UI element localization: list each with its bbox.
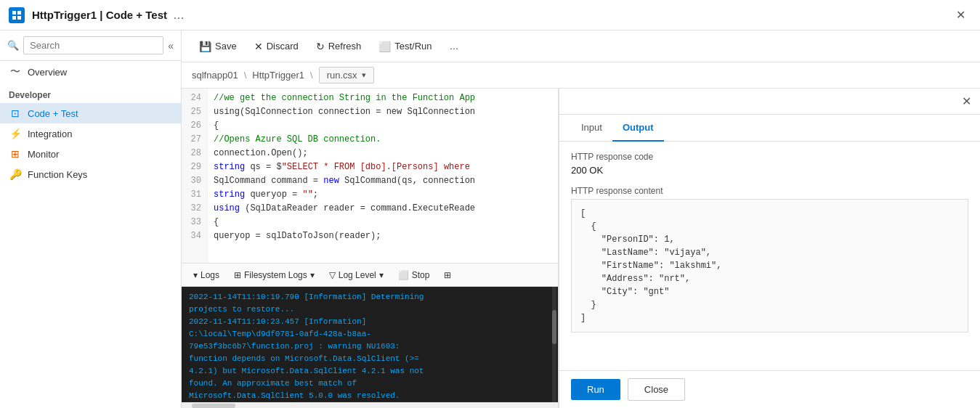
save-icon: 💾 xyxy=(199,41,211,52)
log-output[interactable]: 2022-11-14T11:10:19.790 [Information] De… xyxy=(182,287,558,402)
log-line: 4.2.1) but Microsoft.Data.SqlClient 4.2.… xyxy=(189,365,551,378)
logs-dropdown-arrow: ▾ xyxy=(193,270,198,280)
file-tab[interactable]: run.csx ▾ xyxy=(319,67,374,83)
log-line: projects to restore... xyxy=(189,303,551,316)
http-response-code-value: 200 OK xyxy=(571,165,968,176)
log-level-button[interactable]: ▽ Log Level ▾ xyxy=(325,269,388,282)
response-json-box[interactable]: [ { "PersonID": 1, "LastName": "vijaya",… xyxy=(571,199,968,332)
logs-dropdown-button[interactable]: ▾ Logs xyxy=(189,269,224,282)
window-close-button[interactable]: ✕ xyxy=(950,5,971,25)
discard-icon: ✕ xyxy=(254,41,263,52)
refresh-button[interactable]: ↻ Refresh xyxy=(309,37,369,56)
title-bar: HttpTrigger1 | Code + Test … ✕ xyxy=(0,0,980,30)
discard-button[interactable]: ✕ Discard xyxy=(247,37,306,56)
toolbar: 💾 Save ✕ Discard ↻ Refresh ⬜ Test/Run … xyxy=(182,30,980,62)
output-content: HTTP response code 200 OK HTTP response … xyxy=(559,142,980,370)
search-input[interactable] xyxy=(23,36,163,54)
sidebar-item-label: Code + Test xyxy=(28,108,78,119)
log-level-arrow: ▾ xyxy=(379,270,384,280)
log-level-label: Log Level xyxy=(339,270,376,280)
log-line: 2022-11-14T11:10:23.457 [Information] xyxy=(189,316,551,328)
breadcrumb: sqlfnapp01 \ HttpTrigger1 \ run.csx ▾ xyxy=(182,62,980,89)
stop-button[interactable]: ⬜ Stop xyxy=(394,269,434,282)
save-button[interactable]: 💾 Save xyxy=(192,37,244,56)
sidebar: 🔍 « 〜 Overview Developer ⊡ Code + Test ⚡… xyxy=(0,30,182,408)
sidebar-item-label: Integration xyxy=(28,128,72,139)
log-line: Microsoft.Data.SqlClient 5.0.0 was resol… xyxy=(189,390,551,402)
sidebar-item-overview[interactable]: 〜 Overview xyxy=(0,61,181,83)
horizontal-scrollbar[interactable] xyxy=(182,402,558,408)
refresh-icon: ↻ xyxy=(316,41,325,52)
code-test-icon: ⊡ xyxy=(9,107,22,119)
logs-label: Logs xyxy=(201,270,219,280)
filesystem-icon: ⊞ xyxy=(234,270,241,280)
test-run-icon: ⬜ xyxy=(378,41,391,52)
close-button[interactable]: Close xyxy=(628,378,685,401)
log-line: 79e53f3bc6b7\function.proj : warning NU1… xyxy=(189,340,551,353)
log-line: function depends on Microsoft.Data.SqlCl… xyxy=(189,353,551,365)
filesystem-logs-label: Filesystem Logs xyxy=(244,270,307,280)
more-options-button[interactable]: … xyxy=(442,37,466,55)
sidebar-item-function-keys[interactable]: 🔑 Function Keys xyxy=(0,164,181,184)
svg-rect-2 xyxy=(12,16,16,20)
log-toolbar: ▾ Logs ⊞ Filesystem Logs ▾ ▽ Log Level ▾ xyxy=(182,264,558,287)
sidebar-item-label: Function Keys xyxy=(28,169,87,180)
function-keys-icon: 🔑 xyxy=(9,168,22,180)
save-label: Save xyxy=(215,41,237,52)
page-title: HttpTrigger1 | Code + Test xyxy=(32,9,167,21)
refresh-label: Refresh xyxy=(328,41,362,52)
collapse-sidebar-button[interactable]: « xyxy=(168,40,174,52)
integration-icon: ⚡ xyxy=(9,128,22,139)
sidebar-item-monitor[interactable]: ⊞ Monitor xyxy=(0,144,181,164)
sidebar-item-integration[interactable]: ⚡ Integration xyxy=(0,123,181,144)
more-icon: … xyxy=(450,41,459,52)
content-area: 💾 Save ✕ Discard ↻ Refresh ⬜ Test/Run … … xyxy=(182,30,980,408)
file-tab-name: run.csx xyxy=(327,70,357,81)
overview-icon: 〜 xyxy=(9,65,22,78)
code-editor: 2425262728 293031323334 //we get the con… xyxy=(182,89,559,408)
sidebar-search-bar: 🔍 « xyxy=(0,30,181,61)
log-more-icon: ⊞ xyxy=(444,270,451,280)
log-more-button[interactable]: ⊞ xyxy=(440,269,455,282)
svg-rect-3 xyxy=(17,16,21,20)
right-panel: ✕ Input Output HTTP response code 200 OK… xyxy=(559,89,980,408)
breadcrumb-sep-2: \ xyxy=(310,70,313,81)
code-text[interactable]: //we get the connection String in the Fu… xyxy=(208,89,558,263)
breadcrumb-function: HttpTrigger1 xyxy=(252,70,304,81)
log-line: found. An approximate best match of xyxy=(189,378,551,390)
title-more-icon[interactable]: … xyxy=(173,9,185,22)
svg-rect-1 xyxy=(17,11,21,15)
http-response-code-label: HTTP response code xyxy=(571,152,968,162)
sidebar-item-code-test[interactable]: ⊡ Code + Test xyxy=(0,103,181,123)
filesystem-dropdown-arrow: ▾ xyxy=(310,270,315,280)
search-icon: 🔍 xyxy=(7,40,19,51)
sidebar-item-label: Monitor xyxy=(28,149,59,160)
test-run-label: Test/Run xyxy=(394,41,432,52)
run-button[interactable]: Run xyxy=(571,379,620,400)
log-line: C:\local\Temp\d9df0781-0afd-428a-b8aa- xyxy=(189,328,551,340)
file-tab-dropdown-icon: ▾ xyxy=(362,70,366,80)
filesystem-logs-button[interactable]: ⊞ Filesystem Logs ▾ xyxy=(230,269,319,282)
discard-label: Discard xyxy=(267,41,299,52)
sidebar-item-label: Overview xyxy=(28,67,67,78)
right-panel-header: ✕ xyxy=(559,89,980,115)
tab-input[interactable]: Input xyxy=(571,115,612,142)
log-line: 2022-11-14T11:10:19.790 [Information] De… xyxy=(189,291,551,303)
code-content[interactable]: 2425262728 293031323334 //we get the con… xyxy=(182,89,558,263)
sidebar-section-developer: Developer xyxy=(0,83,181,103)
svg-rect-0 xyxy=(12,11,16,15)
http-response-content-label: HTTP response content xyxy=(571,186,968,196)
monitor-icon: ⊞ xyxy=(9,148,22,160)
log-panel: ▾ Logs ⊞ Filesystem Logs ▾ ▽ Log Level ▾ xyxy=(182,263,558,408)
breadcrumb-sep-1: \ xyxy=(244,70,247,81)
scroll-thumb xyxy=(192,404,235,408)
stop-icon: ⬜ xyxy=(398,270,409,280)
filter-icon: ▽ xyxy=(329,270,336,280)
panel-footer: Run Close xyxy=(559,370,980,408)
tab-bar: Input Output xyxy=(559,115,980,142)
right-panel-close-button[interactable]: ✕ xyxy=(962,94,971,108)
test-run-button[interactable]: ⬜ Test/Run xyxy=(371,37,439,56)
breadcrumb-app: sqlfnapp01 xyxy=(192,70,238,81)
editor-panel: 2425262728 293031323334 //we get the con… xyxy=(182,89,980,408)
tab-output[interactable]: Output xyxy=(612,115,664,142)
